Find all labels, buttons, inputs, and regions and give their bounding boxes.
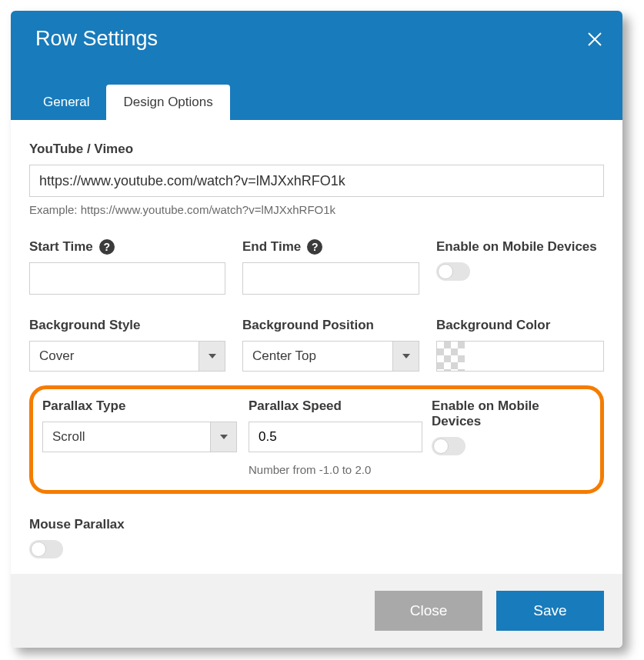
youtube-vimeo-hint: Example: https://www.youtube.com/watch?v… — [29, 203, 604, 216]
enable-mobile-field-2: Enable on Mobile Devices — [432, 398, 591, 476]
end-time-field: End Time ? — [242, 239, 419, 295]
enable-mobile-toggle-1[interactable] — [436, 262, 470, 281]
background-color-label: Background Color — [436, 318, 604, 333]
dialog-header: Row Settings General Design Options — [11, 11, 622, 120]
background-position-value: Center Top — [243, 342, 392, 371]
row-settings-dialog: Row Settings General Design Options YouT… — [11, 11, 622, 648]
background-position-label: Background Position — [242, 318, 419, 333]
parallax-speed-label: Parallax Speed — [249, 398, 425, 414]
enable-mobile-label-2: Enable on Mobile Devices — [432, 398, 591, 429]
youtube-vimeo-label: YouTube / Vimeo — [29, 142, 604, 157]
chevron-down-icon — [210, 422, 236, 452]
parallax-type-label: Parallax Type — [42, 398, 242, 414]
youtube-vimeo-field: YouTube / Vimeo Example: https://www.you… — [29, 142, 604, 216]
parallax-type-field: Parallax Type Scroll — [42, 398, 242, 476]
parallax-type-value: Scroll — [43, 422, 210, 452]
mouse-parallax-field: Mouse Parallax — [29, 517, 604, 558]
background-style-select[interactable]: Cover — [29, 341, 225, 372]
background-color-input[interactable] — [436, 341, 604, 372]
dialog-footer: Close Save — [11, 574, 622, 648]
enable-mobile-field-1: Enable on Mobile Devices — [436, 239, 604, 295]
parallax-type-select[interactable]: Scroll — [42, 422, 237, 452]
start-time-input[interactable] — [29, 262, 225, 295]
save-button[interactable]: Save — [496, 591, 604, 631]
tabs: General Design Options — [26, 85, 230, 120]
background-color-field: Background Color — [436, 318, 604, 372]
close-icon[interactable] — [586, 30, 604, 52]
chevron-down-icon — [392, 342, 419, 371]
background-style-field: Background Style Cover — [29, 318, 225, 372]
tab-design-options[interactable]: Design Options — [106, 85, 229, 120]
background-position-select[interactable]: Center Top — [242, 341, 419, 372]
background-style-label: Background Style — [29, 318, 225, 333]
end-time-input[interactable] — [242, 262, 419, 295]
help-icon[interactable]: ? — [99, 239, 115, 255]
background-style-value: Cover — [30, 342, 199, 371]
help-icon[interactable]: ? — [307, 239, 322, 255]
end-time-label: End Time ? — [242, 239, 419, 255]
transparency-swatch-icon — [437, 342, 465, 371]
parallax-speed-input[interactable] — [249, 422, 422, 452]
chevron-down-icon — [199, 342, 225, 371]
close-button[interactable]: Close — [375, 591, 482, 631]
parallax-speed-hint: Number from -1.0 to 2.0 — [249, 463, 425, 476]
mouse-parallax-label: Mouse Parallax — [29, 517, 604, 532]
enable-mobile-toggle-2[interactable] — [432, 437, 465, 455]
start-time-label: Start Time ? — [29, 239, 225, 255]
parallax-highlight: Parallax Type Scroll Parallax Speed Numb… — [29, 385, 604, 494]
tab-general[interactable]: General — [26, 85, 106, 120]
dialog-title: Row Settings — [26, 11, 607, 51]
dialog-body: YouTube / Vimeo Example: https://www.you… — [11, 120, 622, 574]
start-time-field: Start Time ? — [29, 239, 225, 295]
mouse-parallax-toggle[interactable] — [29, 540, 63, 558]
background-position-field: Background Position Center Top — [242, 318, 419, 372]
enable-mobile-label-1: Enable on Mobile Devices — [436, 239, 604, 255]
parallax-speed-field: Parallax Speed Number from -1.0 to 2.0 — [249, 398, 425, 476]
youtube-vimeo-input[interactable] — [29, 165, 604, 197]
